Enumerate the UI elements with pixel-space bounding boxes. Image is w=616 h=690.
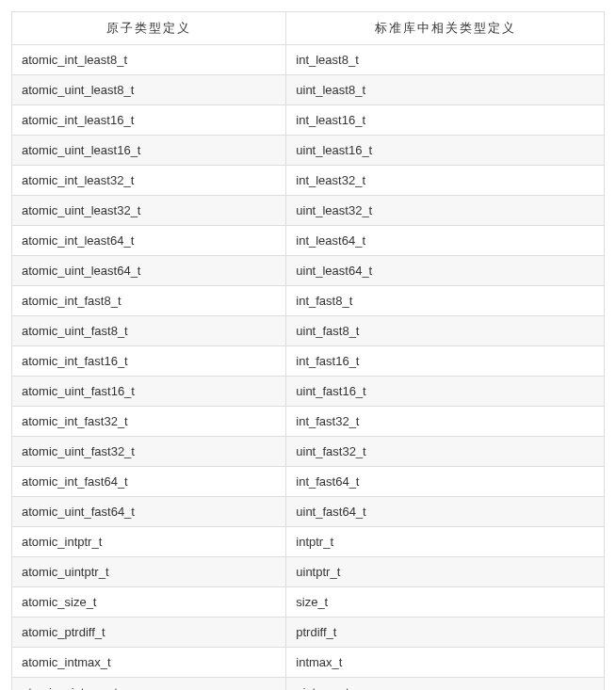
cell-atomic-type: atomic_int_fast8_t (12, 286, 286, 316)
table-row: atomic_int_fast32_tint_fast32_t (12, 407, 605, 437)
cell-atomic-type: atomic_int_least8_t (12, 45, 286, 75)
table-row: atomic_uintmax_tuintmax_t (12, 678, 605, 691)
cell-stdlib-type: uint_fast8_t (286, 316, 605, 346)
cell-atomic-type: atomic_uintptr_t (12, 557, 286, 587)
cell-atomic-type: atomic_int_fast64_t (12, 467, 286, 497)
table-row: atomic_int_least64_tint_least64_t (12, 226, 605, 256)
table-row: atomic_int_fast16_tint_fast16_t (12, 346, 605, 377)
table-row: atomic_intptr_tintptr_t (12, 527, 605, 557)
table-row: atomic_int_fast64_tint_fast64_t (12, 467, 605, 497)
cell-stdlib-type: uint_fast64_t (286, 497, 605, 527)
table-row: atomic_int_least16_tint_least16_t (12, 105, 605, 136)
table-row: atomic_size_tsize_t (12, 587, 605, 618)
cell-atomic-type: atomic_uint_fast8_t (12, 316, 286, 346)
cell-atomic-type: atomic_intptr_t (12, 527, 286, 557)
cell-stdlib-type: int_fast8_t (286, 286, 605, 316)
table-row: atomic_uint_least16_tuint_least16_t (12, 136, 605, 166)
cell-stdlib-type: int_least32_t (286, 166, 605, 196)
cell-stdlib-type: uint_fast32_t (286, 437, 605, 467)
cell-atomic-type: atomic_int_fast16_t (12, 346, 286, 377)
table-header-row: 原子类型定义 标准库中相关类型定义 (12, 12, 605, 45)
cell-stdlib-type: int_fast32_t (286, 407, 605, 437)
cell-stdlib-type: int_fast16_t (286, 346, 605, 377)
cell-stdlib-type: uint_least64_t (286, 256, 605, 286)
table-row: atomic_ptrdiff_tptrdiff_t (12, 618, 605, 648)
header-stdlib-type: 标准库中相关类型定义 (286, 12, 605, 45)
table-row: atomic_int_least32_tint_least32_t (12, 166, 605, 196)
table-row: atomic_intmax_tintmax_t (12, 648, 605, 678)
cell-stdlib-type: uint_least16_t (286, 136, 605, 166)
table-row: atomic_uint_fast16_tuint_fast16_t (12, 377, 605, 407)
cell-stdlib-type: size_t (286, 587, 605, 618)
cell-atomic-type: atomic_uint_fast32_t (12, 437, 286, 467)
table-row: atomic_uint_fast8_tuint_fast8_t (12, 316, 605, 346)
cell-atomic-type: atomic_size_t (12, 587, 286, 618)
cell-atomic-type: atomic_int_fast32_t (12, 407, 286, 437)
header-atomic-type: 原子类型定义 (12, 12, 286, 45)
cell-stdlib-type: uintmax_t (286, 678, 605, 691)
cell-stdlib-type: int_least64_t (286, 226, 605, 256)
cell-stdlib-type: intmax_t (286, 648, 605, 678)
table-body: atomic_int_least8_tint_least8_tatomic_ui… (12, 45, 605, 691)
cell-atomic-type: atomic_int_least64_t (12, 226, 286, 256)
cell-stdlib-type: uint_fast16_t (286, 377, 605, 407)
cell-atomic-type: atomic_uintmax_t (12, 678, 286, 691)
cell-stdlib-type: uint_least8_t (286, 75, 605, 105)
cell-atomic-type: atomic_uint_least64_t (12, 256, 286, 286)
cell-stdlib-type: uintptr_t (286, 557, 605, 587)
table-row: atomic_uint_least64_tuint_least64_t (12, 256, 605, 286)
table-row: atomic_uint_least32_tuint_least32_t (12, 196, 605, 226)
cell-stdlib-type: int_least8_t (286, 45, 605, 75)
cell-stdlib-type: intptr_t (286, 527, 605, 557)
table-row: atomic_uint_fast64_tuint_fast64_t (12, 497, 605, 527)
cell-atomic-type: atomic_int_least32_t (12, 166, 286, 196)
atomic-types-table: 原子类型定义 标准库中相关类型定义 atomic_int_least8_tint… (11, 11, 605, 690)
cell-atomic-type: atomic_intmax_t (12, 648, 286, 678)
table-row: atomic_uint_fast32_tuint_fast32_t (12, 437, 605, 467)
table-row: atomic_uint_least8_tuint_least8_t (12, 75, 605, 105)
table-row: atomic_uintptr_tuintptr_t (12, 557, 605, 587)
cell-atomic-type: atomic_uint_fast16_t (12, 377, 286, 407)
cell-stdlib-type: uint_least32_t (286, 196, 605, 226)
cell-atomic-type: atomic_uint_fast64_t (12, 497, 286, 527)
cell-atomic-type: atomic_int_least16_t (12, 105, 286, 136)
cell-atomic-type: atomic_ptrdiff_t (12, 618, 286, 648)
cell-atomic-type: atomic_uint_least32_t (12, 196, 286, 226)
cell-atomic-type: atomic_uint_least8_t (12, 75, 286, 105)
cell-atomic-type: atomic_uint_least16_t (12, 136, 286, 166)
table-row: atomic_int_fast8_tint_fast8_t (12, 286, 605, 316)
cell-stdlib-type: int_least16_t (286, 105, 605, 136)
cell-stdlib-type: int_fast64_t (286, 467, 605, 497)
table-row: atomic_int_least8_tint_least8_t (12, 45, 605, 75)
cell-stdlib-type: ptrdiff_t (286, 618, 605, 648)
